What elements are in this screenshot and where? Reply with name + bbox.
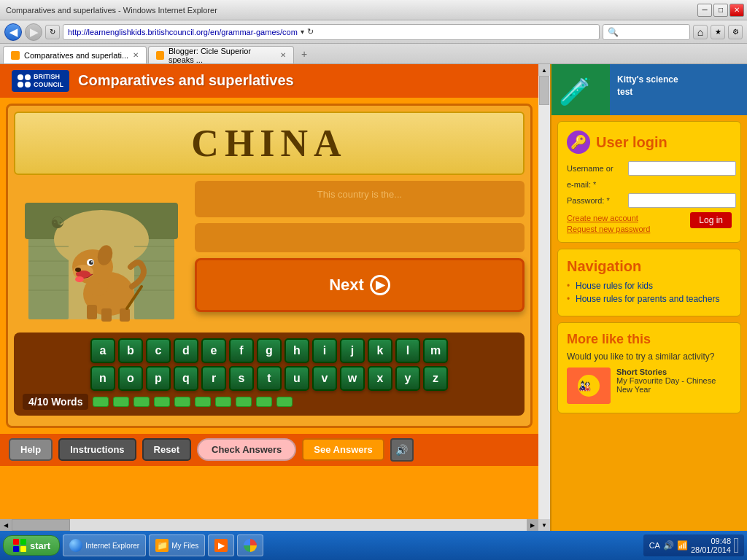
main-wrapper: BRITISH COUNCIL Comparatives and superla… [0,64,747,531]
h-scroll-thumb[interactable] [12,519,70,531]
key-m[interactable]: m [423,338,448,363]
key-v[interactable]: v [312,366,337,391]
reset-button[interactable]: Reset [142,438,191,461]
svg-rect-39 [13,546,19,552]
forward-button[interactable]: ▶ [25,23,42,41]
bc-squares [18,74,31,88]
next-button[interactable]: Next ▶ [195,258,525,312]
username-row: Username or [567,161,732,176]
address-bar[interactable]: http://learnenglishkids.britishcouncil.o… [63,24,600,40]
taskbar-media-item[interactable]: ▶ [208,534,234,556]
start-button[interactable]: start [3,535,60,556]
log-in-button[interactable]: Log in [690,212,732,228]
taskbar-files-item[interactable]: 📁 My Files [149,534,205,556]
check-answers-button[interactable]: Check Answers [197,438,296,461]
nav-link-2[interactable]: House rules for parents and teachers [576,294,719,304]
h-scroll-right-button[interactable]: ▶ [527,519,538,531]
key-n[interactable]: n [90,366,115,391]
taskbar-files-label: My Files [171,542,198,550]
key-g[interactable]: g [257,338,282,363]
help-button[interactable]: Help [9,438,53,461]
key-u[interactable]: u [285,366,309,391]
key-w[interactable]: w [340,366,365,391]
tab-active[interactable]: Comparatives and superlati... ✕ [3,46,147,63]
key-i[interactable]: i [312,338,337,363]
key-b[interactable]: b [118,338,143,363]
username-input[interactable] [628,161,736,176]
key-c[interactable]: c [146,338,171,363]
address-text: http://learnenglishkids.britishcouncil.o… [68,28,298,36]
refresh-button[interactable]: ↻ [45,25,60,39]
key-z[interactable]: z [423,366,448,391]
more-like-this-card: More like this Would you like to try a s… [557,322,741,413]
taskbar-ie-item[interactable]: Internet Explorer [63,534,146,556]
more-item[interactable]: 🎎 Short Stories My Favourite Day - Chine… [567,368,732,404]
nav-item-1[interactable]: House rules for kids [567,281,732,291]
key-a[interactable]: a [90,338,115,363]
key-x[interactable]: x [368,366,392,391]
network-icon[interactable]: 📶 [677,540,688,551]
home-icon[interactable]: ⌂ [693,25,708,39]
key-t[interactable]: t [257,366,282,391]
tab-inactive[interactable]: Blogger: Cicle Superior speaks ... ✕ [148,46,294,63]
key-l[interactable]: l [395,338,420,363]
login-card: 🔑 User login Username or e-mail: * Passw… [557,121,741,243]
restore-button[interactable]: □ [713,4,728,17]
title-bar-text: Comparatives and superlatives - Windows … [0,6,696,15]
key-q[interactable]: q [174,366,198,391]
hint-text: This country is the... [317,189,402,200]
email-row: e-mail: * [567,180,732,189]
key-j[interactable]: j [340,338,365,363]
instructions-button[interactable]: Instructions [58,438,136,461]
search-bar[interactable]: 🔍 [603,24,690,40]
key-s[interactable]: s [229,366,254,391]
progress-dot-8 [236,397,252,407]
tab-close-inactive[interactable]: ✕ [280,51,286,59]
key-e[interactable]: e [201,338,226,363]
content-scroll: BRITISH COUNCIL Comparatives and superla… [0,64,538,531]
key-y[interactable]: y [395,366,420,391]
key-h[interactable]: h [285,338,309,363]
svg-point-25 [91,261,93,262]
volume-icon[interactable]: 🔊 [663,540,674,551]
h-scroll-left-button[interactable]: ◀ [0,519,12,531]
nav-link-1[interactable]: House rules for kids [576,281,653,291]
key-p[interactable]: p [146,366,171,391]
game-middle: ☯ [14,181,525,327]
v-scroll-up-button[interactable]: ▲ [538,64,550,76]
key-k[interactable]: k [368,338,392,363]
close-button[interactable]: ✕ [729,4,744,17]
progress-dot-7 [215,397,231,407]
v-scroll-thumb[interactable] [539,76,549,105]
key-r[interactable]: r [201,366,226,391]
game-header: BRITISH COUNCIL Comparatives and superla… [0,64,538,98]
show-desktop-icon[interactable] [734,538,738,553]
next-arrow-icon: ▶ [370,275,390,295]
see-answers-button[interactable]: See Answers [302,438,384,461]
taskbar-chrome-item[interactable] [237,534,263,556]
back-button[interactable]: ◀ [4,23,22,41]
minimize-button[interactable]: ─ [697,4,712,17]
v-scroll-down-button[interactable]: ▼ [538,519,550,531]
tab-close-active[interactable]: ✕ [133,51,139,59]
sound-button[interactable]: 🔊 [390,438,414,462]
svg-rect-15 [87,305,97,319]
password-label: Password: * [567,196,625,205]
key-f[interactable]: f [229,338,254,363]
key-o[interactable]: o [118,366,143,391]
new-tab-button[interactable]: + [295,48,313,60]
nav-item-2[interactable]: House rules for parents and teachers [567,294,732,304]
favorites-icon[interactable]: ★ [711,25,725,39]
progress-dot-10 [276,397,293,407]
progress-label: 4/10 Words [23,394,88,410]
key-d[interactable]: d [174,338,198,363]
password-input[interactable] [628,193,736,208]
navigation-card: Navigation House rules for kids House ru… [557,249,741,316]
game-container: CHINA [6,104,533,428]
settings-icon[interactable]: ⚙ [728,25,743,39]
check-answers-btn-inner[interactable]: Check Answers [197,438,296,461]
chrome-icon [244,539,257,552]
sound-icon: 🔊 [395,444,408,456]
svg-rect-40 [20,546,26,552]
clock: 09:48 28/01/2014 [691,537,731,554]
